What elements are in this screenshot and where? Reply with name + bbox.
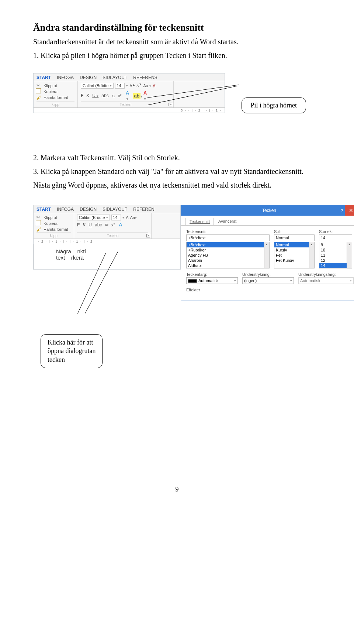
label-teckenfarg: Teckenfärg: bbox=[186, 272, 238, 277]
underline-value: (ingen) bbox=[244, 278, 257, 283]
superscript-button[interactable]: x² bbox=[111, 223, 115, 227]
format-painter-label: Hämta format bbox=[44, 227, 68, 232]
subscript-button[interactable]: x₂ bbox=[105, 222, 108, 227]
font-color-combo[interactable]: Automatisk▾ bbox=[186, 277, 238, 284]
size-input[interactable]: 14 bbox=[319, 234, 352, 241]
bold-button[interactable]: F bbox=[81, 93, 83, 98]
underline-button[interactable]: U bbox=[88, 222, 92, 227]
label-understrykningsfarg: Understrykningsfärg: bbox=[298, 272, 354, 277]
callout2-line2: öppna dialogrutan bbox=[48, 347, 96, 355]
label-stil: Stil: bbox=[274, 229, 315, 234]
cut-label: Klipp ut bbox=[44, 215, 57, 220]
copy-button[interactable]: Kopiera bbox=[37, 89, 74, 95]
text-effect-button[interactable]: A ▾ bbox=[124, 90, 130, 101]
grow-font-button[interactable]: A bbox=[126, 215, 128, 220]
help-button[interactable]: ? bbox=[341, 208, 343, 213]
ribbon-tab-start[interactable]: START bbox=[37, 207, 51, 212]
copy-label: Kopiera bbox=[44, 89, 58, 94]
clipboard-group-title: klipp bbox=[37, 232, 71, 238]
list-item[interactable]: Normal bbox=[274, 242, 314, 247]
superscript-button[interactable]: x² bbox=[118, 93, 121, 98]
size-listbox[interactable]: 9 10 11 12 14 ▴ bbox=[319, 242, 352, 268]
callout-bubble: Pil i högra hörnet bbox=[242, 97, 306, 113]
font-color-button[interactable]: A ▾ bbox=[142, 90, 148, 101]
font-name-value: Calibri (Brödte bbox=[79, 215, 105, 220]
ribbon-tab-referens[interactable]: REFERENS bbox=[133, 75, 157, 80]
list-item[interactable]: Aharoni bbox=[187, 258, 269, 263]
strikethrough-button[interactable]: abc bbox=[101, 93, 108, 98]
highlight-button[interactable]: ab▾ bbox=[133, 93, 139, 99]
font-group: Calibri (Brödte▾ 14 ▾ A▲ A▼ Aa ▾ A̷ F K … bbox=[78, 81, 174, 107]
font-group-title: Tecken bbox=[81, 101, 170, 107]
ribbon-tab-design[interactable]: DESIGN bbox=[80, 75, 97, 80]
change-case-button[interactable]: Aa ▾ bbox=[143, 83, 152, 88]
format-painter-button[interactable]: 🖌Hämta format bbox=[37, 226, 71, 232]
label-teckensnitt: Teckensnitt: bbox=[186, 229, 270, 234]
ribbon-tab-design[interactable]: DESIGN bbox=[80, 207, 97, 212]
font-color-value: Automatisk bbox=[198, 278, 218, 283]
list-item[interactable]: Fet bbox=[274, 253, 314, 258]
ribbon-tab-sidlayout[interactable]: SIDLAYOUT bbox=[103, 207, 127, 212]
ribbon-tab-referen[interactable]: REFEREN bbox=[133, 207, 154, 212]
scrollbar[interactable]: ▴ bbox=[264, 242, 269, 268]
font-name-combo[interactable]: Calibri (Brödte▾ bbox=[77, 215, 110, 220]
subscript-button[interactable]: x₂ bbox=[112, 93, 115, 98]
intro-paragraph: Standardteckensnittet är det teckensnitt… bbox=[33, 37, 321, 47]
cut-button[interactable]: ✂Klipp ut bbox=[37, 215, 71, 220]
dialog-tab-teckensnitt[interactable]: Teckensnitt bbox=[185, 218, 214, 225]
copy-label: Kopiera bbox=[44, 221, 58, 226]
ribbon-tab-sidlayout[interactable]: SIDLAYOUT bbox=[103, 75, 127, 80]
font-name-combo[interactable]: Calibri (Brödte▾ bbox=[81, 83, 114, 89]
font-dialog: Tecken ? ✕ Teckensnitt Avancerat Teckens… bbox=[181, 205, 354, 301]
format-painter-label: Hämta format bbox=[44, 95, 68, 100]
scrollbar[interactable]: ▴ bbox=[309, 242, 314, 268]
font-size-combo[interactable]: 14 bbox=[111, 215, 121, 220]
strikethrough-button[interactable]: abc bbox=[95, 222, 102, 227]
font-name-value: Calibri (Brödte bbox=[83, 83, 108, 88]
ribbon-tab-infoga[interactable]: INFOGA bbox=[57, 207, 74, 212]
scrollbar[interactable]: ▴ bbox=[347, 242, 352, 268]
grow-font-button[interactable]: A▲ bbox=[129, 83, 135, 88]
underline-button[interactable]: U ▾ bbox=[92, 93, 98, 98]
cut-button[interactable]: ✂Klipp ut bbox=[37, 83, 74, 89]
close-button[interactable]: ✕ bbox=[345, 205, 354, 216]
font-input[interactable]: +Brödtext bbox=[186, 234, 270, 241]
italic-button[interactable]: K bbox=[83, 222, 86, 227]
list-item[interactable]: Fet Kursiv bbox=[274, 258, 314, 263]
list-item[interactable]: +Rubriker bbox=[187, 247, 269, 253]
list-item[interactable]: +Brödtext bbox=[187, 242, 269, 247]
change-case-button[interactable]: Aa▾ bbox=[130, 215, 137, 220]
chevron-down-icon: ▾ bbox=[126, 84, 128, 88]
dialog-launcher-icon[interactable]: ↘ bbox=[146, 234, 150, 237]
list-item[interactable]: Aldhabi bbox=[187, 263, 269, 268]
underline-combo[interactable]: (ingen)▾ bbox=[242, 277, 294, 284]
font-listbox[interactable]: +Brödtext +Rubriker Agency FB Aharoni Al… bbox=[186, 242, 270, 268]
cut-label: Klipp ut bbox=[44, 83, 57, 88]
italic-button[interactable]: K bbox=[86, 93, 89, 98]
font-size-combo[interactable]: 14 bbox=[115, 83, 125, 89]
underline-color-combo: Automatisk▾ bbox=[298, 277, 354, 284]
document-preview: Några nkti text rkera bbox=[34, 244, 180, 269]
dialog-tab-avancerat[interactable]: Avancerat bbox=[215, 218, 240, 225]
clear-formatting-button[interactable]: A̷ bbox=[153, 83, 156, 88]
callout2-line1: Klicka här för att bbox=[48, 338, 96, 347]
shrink-font-button[interactable]: A▼ bbox=[137, 84, 142, 88]
bold-button[interactable]: F bbox=[77, 222, 80, 227]
dialog-launcher-icon[interactable]: ↘ bbox=[169, 103, 172, 106]
label-storlek: Storlek: bbox=[319, 229, 352, 234]
list-item[interactable]: Agency FB bbox=[187, 253, 269, 258]
text-effect-button[interactable]: A bbox=[118, 222, 124, 227]
style-input[interactable]: Normal bbox=[274, 234, 315, 241]
font-group-title: Tecken bbox=[77, 232, 148, 238]
label-understrykning: Understrykning: bbox=[242, 272, 294, 277]
screenshot-2-ribbon: START INFOGA DESIGN SIDLAYOUT REFEREN ✂K… bbox=[33, 205, 181, 270]
ribbon-tab-infoga[interactable]: INFOGA bbox=[57, 75, 74, 80]
ribbon-tab-start[interactable]: START bbox=[37, 75, 51, 80]
chevron-down-icon: ▾ bbox=[110, 84, 112, 88]
list-item[interactable]: Kursiv bbox=[274, 247, 314, 253]
format-painter-button[interactable]: 🖌Hämta format bbox=[37, 95, 74, 100]
page-number: 9 bbox=[33, 486, 321, 493]
style-listbox[interactable]: Normal Kursiv Fet Fet Kursiv ▴ bbox=[274, 242, 315, 268]
copy-button[interactable]: Kopiera bbox=[37, 220, 71, 226]
screenshot-1: START INFOGA DESIGN SIDLAYOUT REFERENS ✂… bbox=[33, 73, 225, 113]
